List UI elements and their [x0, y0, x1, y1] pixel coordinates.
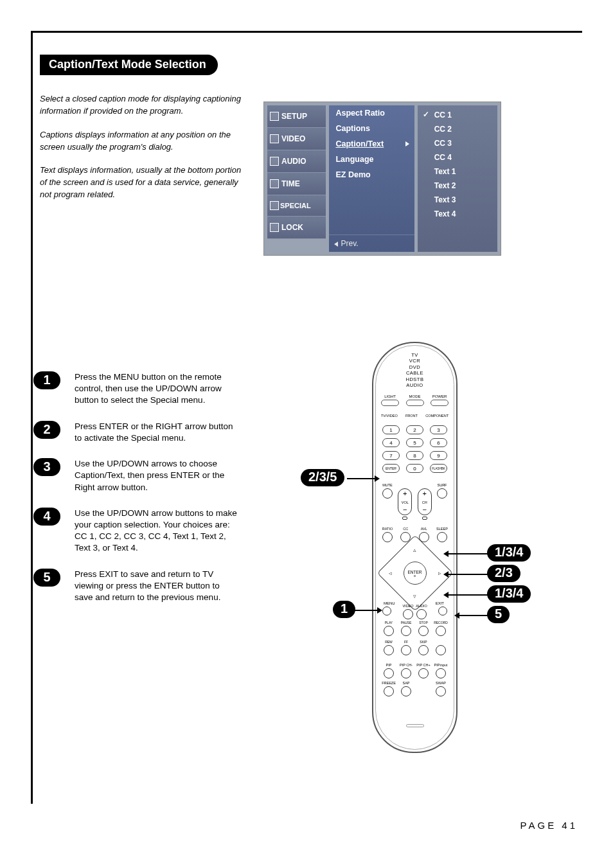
light-button[interactable]: LIGHT	[381, 400, 399, 406]
swap-button[interactable]: SWAP	[436, 686, 446, 696]
up-arrow-icon[interactable]: ▵	[413, 547, 416, 553]
volume-rocker[interactable]: +VOL−	[398, 488, 412, 515]
surf-button[interactable]: SURF	[437, 488, 447, 499]
intro-p2: Captions displays information at any pos…	[40, 129, 245, 154]
play-button[interactable]: PLAY	[384, 626, 394, 636]
osd-item-captiontext[interactable]: Caption/Text	[329, 136, 414, 152]
rew-button[interactable]: REW	[384, 645, 394, 655]
osd-tab-special[interactable]: SPECIAL	[267, 195, 326, 217]
osd-option-cc1[interactable]: ✓CC 1	[418, 108, 497, 122]
osd-tab-label: SETUP	[281, 112, 307, 121]
callout-235: 2/3/5	[301, 469, 344, 486]
num-2-button[interactable]: 2	[406, 425, 423, 434]
menu-button[interactable]	[382, 607, 391, 616]
play-label: PLAY	[385, 621, 393, 624]
ratio-label: RATIO	[382, 527, 393, 531]
video-label: VIDEO	[402, 604, 413, 608]
light-label: LIGHT	[384, 394, 396, 398]
pipchm-button[interactable]: PIP CH-	[401, 668, 411, 678]
osd-tab-label: TIME	[281, 179, 300, 188]
osd-option-text3[interactable]: Text 3	[418, 193, 497, 207]
enter-num-button[interactable]: ENTER	[382, 464, 400, 473]
pip-button[interactable]: PIP	[384, 668, 394, 678]
ratio-button[interactable]: RATIO	[382, 532, 393, 542]
num-1-button[interactable]: 1	[382, 425, 400, 434]
pipinput-button[interactable]: PIPinput	[436, 668, 446, 678]
num-3-button[interactable]: 3	[430, 425, 447, 434]
osd-item-captions[interactable]: Captions	[329, 121, 414, 136]
record-button[interactable]: RECORD	[436, 626, 446, 636]
audio-button[interactable]: AUDIO	[416, 609, 427, 619]
osd-option-text1[interactable]: Text 1	[418, 164, 497, 179]
left-arrow-icon[interactable]: ◃	[389, 570, 392, 576]
video-icon	[270, 134, 279, 143]
arrow-left-icon	[334, 242, 338, 247]
sap-button[interactable]: SAP	[401, 686, 411, 696]
freeze-button[interactable]: FREEZE	[384, 686, 394, 696]
step-bullet: 4	[33, 508, 60, 526]
callout-line	[347, 478, 376, 479]
num-7-button[interactable]: 7	[382, 451, 400, 460]
video-button[interactable]: VIDEO	[403, 609, 413, 619]
power-button[interactable]: POWER	[431, 400, 449, 406]
num-4-button[interactable]: 4	[382, 438, 400, 447]
osd-tab-time[interactable]: TIME	[267, 173, 326, 195]
enter-button[interactable]: ENTER	[404, 562, 427, 585]
record-label: RECORD	[434, 621, 448, 624]
osd-prev[interactable]: Prev.	[329, 235, 414, 252]
stop-button[interactable]: STOP	[418, 626, 429, 636]
osd-tab-audio[interactable]: AUDIO	[267, 150, 326, 173]
pause-button[interactable]: PAUSE	[401, 626, 411, 636]
lock-icon	[270, 223, 279, 232]
osd-option-cc4[interactable]: CC 4	[418, 150, 497, 164]
ff-button[interactable]: FF	[401, 645, 411, 655]
osd-tab-label: VIDEO	[281, 134, 305, 143]
step-text: Press the MENU button on the remote cont…	[75, 371, 238, 407]
exit-button[interactable]	[438, 607, 447, 616]
osd-option-text2[interactable]: Text 2	[418, 179, 497, 193]
step-text: Press ENTER or the RIGHT arrow button to…	[75, 421, 238, 444]
osd-tab-lock[interactable]: LOCK	[267, 217, 326, 239]
right-arrow-icon[interactable]: ▹	[438, 570, 441, 576]
osd-item-label: Caption/Text	[335, 139, 384, 148]
osd-tab-setup[interactable]: SETUP	[267, 105, 326, 128]
check-icon: ✓	[423, 110, 429, 119]
callout-line	[448, 553, 488, 554]
pipinput-label: PIPinput	[434, 663, 448, 667]
exit-label: EXIT	[436, 601, 444, 605]
num-9-button[interactable]: 9	[430, 451, 447, 460]
component-label: COMPONENT	[425, 414, 449, 418]
osd-tabs: SETUP VIDEO AUDIO TIME SPECIAL LOCK	[267, 105, 326, 252]
sap-label: SAP	[402, 681, 409, 685]
sleep-button[interactable]: SLEEP	[437, 532, 447, 542]
skip-fwd-button[interactable]	[436, 645, 446, 655]
pipchp-label: PIP CH+	[416, 663, 430, 667]
osd-option-cc2[interactable]: CC 2	[418, 122, 497, 136]
enter-label: ENTER	[407, 570, 422, 574]
osd-option-text4[interactable]: Text 4	[418, 207, 497, 221]
osd-tab-video[interactable]: VIDEO	[267, 128, 326, 150]
stop-label: STOP	[419, 621, 428, 624]
step-text: Use the UP/DOWN arrows to choose Caption…	[75, 458, 238, 493]
num-5-button[interactable]: 5	[406, 438, 423, 447]
osd-item-language[interactable]: Language	[329, 152, 414, 167]
pipchp-button[interactable]: PIP CH+	[418, 668, 429, 678]
channel-rocker[interactable]: +CH−	[418, 488, 432, 515]
mode-button[interactable]: MODE	[406, 400, 424, 406]
osd-option-cc3[interactable]: CC 3	[418, 136, 497, 150]
step-bullet: 2	[33, 421, 60, 439]
skip-label: SKIP	[420, 640, 427, 644]
num-6-button[interactable]: 6	[430, 438, 447, 447]
flashback-button[interactable]: FLASHBK	[430, 464, 447, 473]
mute-button[interactable]: MUTE	[382, 488, 393, 499]
skip-back-button[interactable]: SKIP	[418, 645, 429, 655]
osd-item-ezdemo[interactable]: EZ Demo	[329, 167, 414, 182]
audio-label: AUDIO	[416, 604, 427, 608]
num-0-button[interactable]: 0	[406, 464, 423, 473]
callout-line	[448, 594, 488, 596]
down-arrow-icon[interactable]: ▿	[413, 593, 416, 599]
number-pad: 1 2 3 4 5 6 7 8 9 ENTER 0 FLASHBK	[382, 425, 447, 473]
osd-menu: SETUP VIDEO AUDIO TIME SPECIAL LOCK Aspe…	[263, 102, 501, 256]
osd-item-aspect[interactable]: Aspect Ratio	[329, 105, 414, 121]
num-8-button[interactable]: 8	[406, 451, 423, 460]
